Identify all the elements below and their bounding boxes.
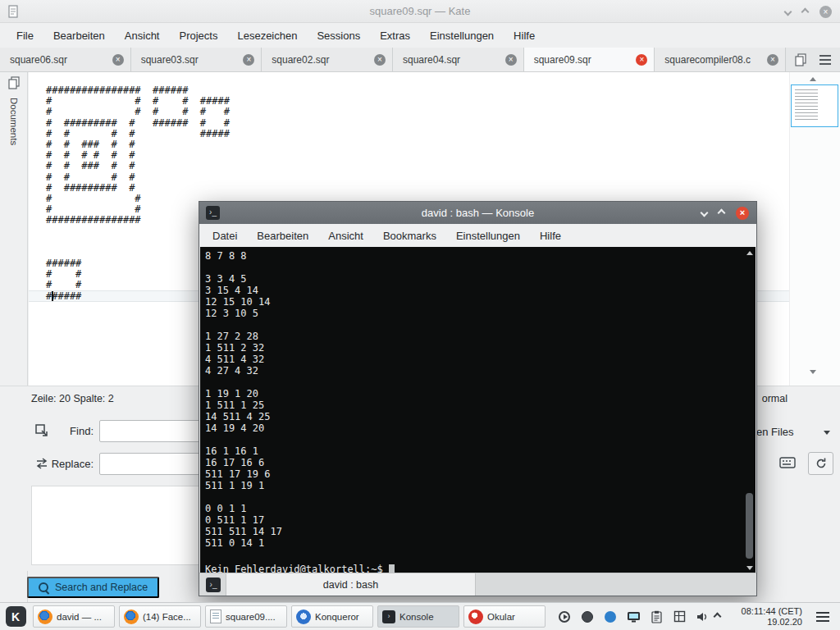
task-konsole-active[interactable]: › Konsole: [377, 605, 459, 628]
clock[interactable]: 08:11:44 (CET) 19.02.20: [730, 606, 802, 627]
chevron-down-icon[interactable]: [824, 431, 830, 435]
mode-indicator[interactable]: ormal: [762, 393, 788, 404]
scrollbar-minimap[interactable]: [789, 72, 840, 386]
kate-menu-item[interactable]: Projects: [169, 30, 227, 42]
task-konqueror[interactable]: Konqueror: [291, 605, 373, 628]
panel-settings-icon[interactable]: [814, 608, 832, 626]
task-firefox-facebook[interactable]: (14) Face...: [119, 605, 201, 628]
tab-square02[interactable]: square02.sqr ×: [262, 48, 393, 71]
document-list-icon[interactable]: [815, 50, 836, 70]
media-player-icon[interactable]: [557, 609, 572, 624]
kate-menubar: FileBearbeitenAnsichtProjectsLesezeichen…: [0, 23, 840, 48]
kate-menu-item[interactable]: Ansicht: [115, 30, 170, 42]
konsole-menu-item[interactable]: Bearbeiten: [247, 230, 318, 242]
search-scope-dropdown[interactable]: en Files: [756, 426, 794, 438]
terminal-line: [205, 491, 282, 503]
terminal-line: 1 511 2 32: [205, 342, 282, 354]
konsole-menu-item[interactable]: Hilfe: [530, 230, 571, 242]
minimap-viewport[interactable]: [791, 84, 838, 127]
tab-label: square06.sqr: [10, 54, 107, 66]
keyboard-options-icon[interactable]: [779, 457, 796, 472]
terminal-line: 16 17 16 6: [205, 457, 282, 468]
maximize-icon[interactable]: [718, 209, 726, 217]
editor-line: # ######### #: [46, 183, 230, 194]
scroll-up-icon[interactable]: [810, 77, 816, 81]
tab-close-icon[interactable]: ×: [243, 54, 254, 66]
konsole-menu-item[interactable]: Datei: [203, 230, 247, 242]
tab-close-icon[interactable]: ×: [636, 54, 647, 66]
terminal-line: 1 27 2 28: [205, 331, 282, 342]
clipboard-icon[interactable]: [649, 609, 664, 624]
kate-menu-item[interactable]: Extras: [370, 30, 420, 42]
kate-menu-item[interactable]: Einstellungen: [420, 30, 504, 42]
tab-close-icon[interactable]: ×: [767, 54, 778, 66]
tab-square03[interactable]: square03.sqr ×: [131, 48, 262, 71]
search-replace-toolview-button[interactable]: Search and Replace: [27, 577, 159, 598]
scroll-up-icon[interactable]: [746, 251, 753, 255]
terminal-line: 1 511 1 25: [205, 399, 282, 411]
tab-square06[interactable]: square06.sqr ×: [0, 48, 131, 71]
konsole-menu-item[interactable]: Ansicht: [318, 230, 373, 242]
kate-menu-item[interactable]: Bearbeiten: [43, 30, 115, 42]
task-firefox-david[interactable]: david — ...: [33, 605, 115, 628]
kate-tabbar: square06.sqr × square03.sqr × square02.s…: [0, 48, 840, 72]
close-icon[interactable]: ×: [736, 207, 749, 220]
removable-device-icon[interactable]: [672, 609, 687, 624]
konsole-menu-item[interactable]: Bookmarks: [373, 230, 446, 242]
display-settings-icon[interactable]: [626, 609, 641, 624]
tab-close-icon[interactable]: ×: [112, 54, 124, 66]
kate-menu-item[interactable]: File: [7, 30, 43, 42]
konsole-tab[interactable]: david : bash: [226, 573, 476, 596]
network-icon[interactable]: [603, 609, 618, 624]
task-label: square09....: [226, 612, 276, 622]
terminal-line: 511 1 19 1: [205, 480, 282, 491]
search-icon: [39, 582, 49, 593]
task-label: (14) Face...: [143, 612, 191, 622]
text-cursor: [52, 291, 53, 301]
tray-expander-icon[interactable]: [714, 613, 722, 621]
kate-menu-item[interactable]: Hilfe: [504, 30, 545, 42]
terminal-line: 12 3 10 5: [205, 308, 282, 319]
tabbar-tools: [786, 48, 840, 71]
scrollbar-thumb[interactable]: [746, 493, 753, 559]
refresh-search-button[interactable]: [808, 452, 833, 475]
app-launcher-button[interactable]: K: [2, 605, 29, 629]
system-tray: [557, 609, 710, 624]
maximize-icon[interactable]: [801, 7, 810, 16]
terminal-scrollbar[interactable]: [744, 247, 756, 574]
tab-square09-active[interactable]: square09.sqr ×: [524, 48, 655, 71]
kate-menu-item[interactable]: Lesezeichen: [227, 30, 307, 42]
scroll-down-icon[interactable]: [746, 566, 753, 570]
terminal-line: [205, 434, 282, 445]
scroll-down-icon[interactable]: [810, 370, 816, 374]
close-icon[interactable]: ×: [819, 6, 832, 18]
kate-menu-item[interactable]: Sessions: [307, 30, 370, 42]
minimize-icon[interactable]: [784, 7, 792, 16]
status-notifier-icon[interactable]: [580, 609, 595, 624]
tab-square04[interactable]: square04.sqr ×: [393, 48, 524, 71]
terminal-line: 511 0 14 1: [205, 537, 282, 549]
minimize-icon[interactable]: [701, 209, 709, 217]
task-okular[interactable]: Okular: [463, 605, 546, 628]
new-document-icon[interactable]: [790, 50, 811, 70]
terminal[interactable]: 8 7 8 8 3 3 4 53 15 4 1412 15 10 1412 3 …: [200, 247, 756, 574]
konsole-menu-item[interactable]: Einstellungen: [446, 230, 530, 242]
task-kate-square09[interactable]: square09....: [205, 605, 287, 628]
new-tab-icon[interactable]: ›_: [206, 578, 221, 592]
tab-close-icon[interactable]: ×: [505, 54, 517, 66]
find-label: Find:: [48, 425, 94, 437]
terminal-line: [205, 319, 282, 331]
konsole-icon: ›: [382, 610, 395, 623]
volume-icon[interactable]: [695, 609, 710, 624]
konsole-window: ›_ david : bash — Konsole × DateiBearbei…: [199, 201, 757, 596]
terminal-line: 14 511 4 25: [205, 411, 282, 422]
terminal-line: 8 7 8 8: [205, 250, 282, 262]
terminal-line: 3 15 4 14: [205, 285, 282, 296]
replace-label: Replace:: [48, 458, 94, 470]
tab-squarecompiler08[interactable]: squarecompiler08.c ×: [655, 48, 786, 71]
konsole-titlebar[interactable]: ›_ david : bash — Konsole ×: [199, 202, 756, 224]
tab-close-icon[interactable]: ×: [374, 54, 386, 66]
konsole-tabbar: ›_ david : bash: [199, 573, 756, 596]
documents-toolview-button[interactable]: Documents: [0, 72, 27, 145]
kate-titlebar[interactable]: square09.sqr — Kate ×: [0, 0, 840, 23]
